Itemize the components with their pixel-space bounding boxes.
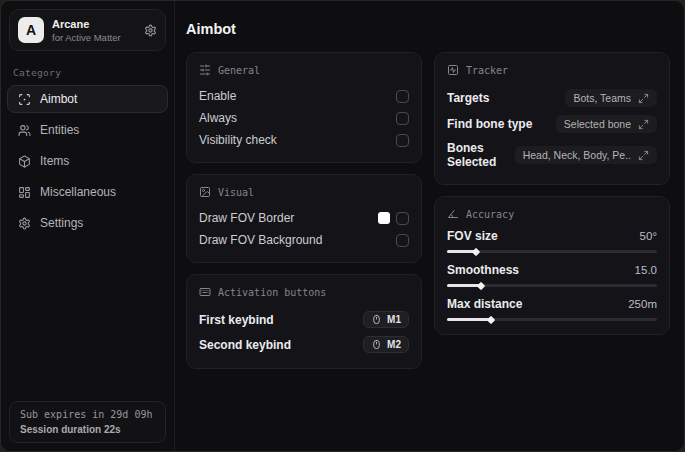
- dropdown-value: Selected bone: [564, 118, 631, 130]
- cube-icon: [18, 155, 31, 168]
- setting-label: Draw FOV Background: [199, 233, 322, 247]
- setting-row-smoothness: Smoothness 15.0: [447, 263, 657, 287]
- setting-row-second-keybind: Second keybind M2: [199, 332, 409, 357]
- section-title: Visual: [218, 187, 254, 198]
- setting-row-max-distance: Max distance 250m: [447, 297, 657, 321]
- second-keybind-button[interactable]: M2: [363, 336, 409, 353]
- setting-row-visibility-check: Visibility check: [199, 129, 409, 151]
- smoothness-slider[interactable]: [447, 284, 657, 287]
- setting-row-fov-background: Draw FOV Background: [199, 229, 409, 251]
- image-icon: [199, 186, 211, 198]
- general-card: General Enable Always Visibility check: [186, 52, 422, 163]
- setting-label: Always: [199, 111, 237, 125]
- slider-fill[interactable]: [447, 250, 476, 253]
- visual-card: Visual Draw FOV Border Draw FOV Backgrou…: [186, 174, 422, 263]
- sidebar-item-miscellaneous[interactable]: Miscellaneous: [7, 178, 168, 206]
- slider-value: 15.0: [635, 264, 657, 276]
- brand-subtitle: for Active Matter: [52, 32, 121, 43]
- section-title: Tracker: [466, 65, 508, 76]
- slider-value: 50°: [640, 230, 657, 242]
- slider-value: 250m: [628, 298, 657, 310]
- setting-label: Bones Selected: [447, 141, 515, 169]
- sidebar-item-label: Settings: [40, 216, 83, 230]
- session-duration-text: Session duration 22s: [20, 424, 155, 435]
- users-icon: [18, 124, 31, 137]
- gear-icon: [18, 217, 31, 230]
- first-keybind-button[interactable]: M1: [363, 311, 409, 328]
- category-label: Category: [13, 67, 162, 78]
- keybind-value: M2: [387, 339, 401, 350]
- targets-dropdown[interactable]: Bots, Teams: [565, 89, 657, 107]
- expand-icon: [638, 150, 649, 161]
- fov-border-color-swatch[interactable]: [378, 212, 390, 224]
- keyboard-icon: [199, 286, 211, 298]
- sliders-icon: [199, 64, 211, 76]
- setting-row-fov-border: Draw FOV Border: [199, 207, 409, 229]
- sidebar-item-label: Entities: [40, 123, 79, 137]
- sub-expiry-text: Sub expires in 29d 09h: [20, 409, 155, 420]
- setting-label: Draw FOV Border: [199, 211, 294, 225]
- accuracy-card: Accuracy FOV size 50° Smoothness: [434, 196, 670, 335]
- section-title: Activation buttons: [218, 287, 326, 298]
- keybind-value: M1: [387, 314, 401, 325]
- enable-checkbox[interactable]: [396, 90, 409, 103]
- angle-icon: [447, 208, 459, 220]
- slider-fill[interactable]: [447, 318, 491, 321]
- dropdown-value: Head, Neck, Body, Pe..: [523, 149, 631, 161]
- fov-border-checkbox[interactable]: [396, 212, 409, 225]
- setting-label: Max distance: [447, 297, 522, 311]
- setting-row-first-keybind: First keybind M1: [199, 307, 409, 332]
- right-column: Tracker Targets Bots, Teams Find bone ty…: [434, 52, 670, 335]
- sidebar-item-label: Miscellaneous: [40, 185, 116, 199]
- scan-icon: [18, 93, 31, 106]
- main-content: Aimbot General Enable Alw: [175, 1, 684, 451]
- fov-background-checkbox[interactable]: [396, 234, 409, 247]
- bones-selected-dropdown[interactable]: Head, Neck, Body, Pe..: [515, 146, 657, 164]
- left-column: General Enable Always Visibility check: [186, 52, 422, 369]
- section-title: General: [218, 65, 260, 76]
- app-window: A Arcane for Active Matter Category Aimb…: [0, 0, 685, 452]
- setting-row-find-bone-type: Find bone type Selected bone: [447, 111, 657, 137]
- dropdown-value: Bots, Teams: [573, 92, 631, 104]
- setting-row-enable: Enable: [199, 85, 409, 107]
- setting-row-always: Always: [199, 107, 409, 129]
- mouse-icon: [371, 339, 382, 350]
- fov-size-slider[interactable]: [447, 250, 657, 253]
- setting-label: Visibility check: [199, 133, 277, 147]
- app-logo: A: [18, 17, 44, 43]
- always-checkbox[interactable]: [396, 112, 409, 125]
- sidebar-nav: Aimbot Entities Items Miscellaneous: [7, 85, 168, 240]
- mouse-icon: [371, 314, 382, 325]
- setting-label: Enable: [199, 89, 236, 103]
- max-distance-slider[interactable]: [447, 318, 657, 321]
- setting-label: FOV size: [447, 229, 498, 243]
- activation-buttons-card: Activation buttons First keybind M1 Seco…: [186, 274, 422, 369]
- brand-name: Arcane: [52, 18, 121, 30]
- setting-label: First keybind: [199, 313, 274, 327]
- setting-row-targets: Targets Bots, Teams: [447, 85, 657, 111]
- visibility-check-checkbox[interactable]: [396, 134, 409, 147]
- section-title: Accuracy: [466, 209, 514, 220]
- subscription-card: Sub expires in 29d 09h Session duration …: [9, 401, 166, 443]
- expand-icon: [638, 93, 649, 104]
- setting-label: Targets: [447, 91, 489, 105]
- sidebar-item-settings[interactable]: Settings: [7, 209, 168, 237]
- sidebar: A Arcane for Active Matter Category Aimb…: [1, 1, 175, 451]
- sidebar-item-entities[interactable]: Entities: [7, 116, 168, 144]
- brand-text: Arcane for Active Matter: [52, 18, 121, 43]
- find-bone-type-dropdown[interactable]: Selected bone: [556, 115, 657, 133]
- sidebar-item-label: Aimbot: [40, 92, 77, 106]
- sidebar-item-aimbot[interactable]: Aimbot: [7, 85, 168, 113]
- tracker-card: Tracker Targets Bots, Teams Find bone ty…: [434, 52, 670, 185]
- page-title: Aimbot: [186, 21, 670, 37]
- setting-label: Smoothness: [447, 263, 519, 277]
- setting-row-bones-selected: Bones Selected Head, Neck, Body, Pe..: [447, 137, 657, 173]
- setting-label: Second keybind: [199, 338, 291, 352]
- sidebar-item-label: Items: [40, 154, 69, 168]
- brand-card: A Arcane for Active Matter: [9, 9, 166, 51]
- sidebar-item-items[interactable]: Items: [7, 147, 168, 175]
- activity-icon: [447, 64, 459, 76]
- gear-icon[interactable]: [144, 24, 157, 37]
- expand-icon: [638, 119, 649, 130]
- slider-fill[interactable]: [447, 284, 481, 287]
